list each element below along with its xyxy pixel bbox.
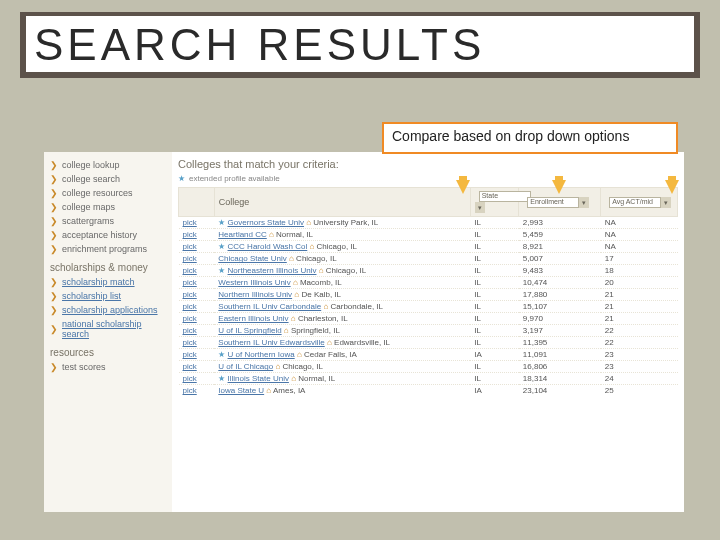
sidebar-item[interactable]: ❯college search	[48, 172, 168, 186]
sidebar-item-label: scholarship applications	[62, 305, 158, 315]
sidebar-item[interactable]: ❯college resources	[48, 186, 168, 200]
loc: Normal, IL	[298, 374, 335, 383]
college-cell[interactable]: ★ Governors State Univ ⌂ University Park…	[214, 217, 470, 229]
state-cell: IL	[470, 229, 519, 241]
chevron-right-icon: ❯	[50, 160, 58, 170]
section-resources: resources	[48, 341, 168, 360]
pick-cell[interactable]: pick	[179, 385, 215, 397]
college-cell[interactable]: U of IL Springfield ⌂ Springfield, IL	[214, 325, 470, 337]
college-cell[interactable]: Chicago State Univ ⌂ Chicago, IL	[214, 253, 470, 265]
table-row: pick★ Governors State Univ ⌂ University …	[179, 217, 678, 229]
state-cell: IL	[470, 373, 519, 385]
pick-cell[interactable]: pick	[179, 313, 215, 325]
col-state[interactable]: State▾	[470, 188, 519, 217]
results-table: College State▾ Enrollment▾ Avg ACT/mid▾	[178, 187, 678, 396]
state-cell: IL	[470, 277, 519, 289]
college-cell[interactable]: Eastern Illinois Univ ⌂ Charleston, IL	[214, 313, 470, 325]
act-select[interactable]: Avg ACT/mid	[609, 197, 661, 208]
city-icon: ⌂	[306, 218, 311, 227]
city-icon: ⌂	[266, 386, 271, 395]
city-icon: ⌂	[291, 314, 296, 323]
table-row: pick★ CCC Harold Wash Col ⌂ Chicago, ILI…	[179, 241, 678, 253]
college-cell[interactable]: Southern IL Univ Edwardsville ⌂ Edwardsv…	[214, 337, 470, 349]
loc: Chicago, IL	[317, 242, 357, 251]
chevron-right-icon: ❯	[50, 202, 58, 212]
pick-cell[interactable]: pick	[179, 289, 215, 301]
table-row: pick★ Northeastern Illinois Univ ⌂ Chica…	[179, 265, 678, 277]
enroll-cell: 8,921	[519, 241, 601, 253]
pick-cell[interactable]: pick	[179, 337, 215, 349]
city-icon: ⌂	[269, 230, 274, 239]
college-cell[interactable]: ★ U of Northern Iowa ⌂ Cedar Falls, IA	[214, 349, 470, 361]
act-cell: 23	[601, 349, 678, 361]
act-cell: 21	[601, 289, 678, 301]
city-icon: ⌂	[293, 278, 298, 287]
enroll-cell: 11,091	[519, 349, 601, 361]
sidebar-item[interactable]: ❯scholarship match	[48, 275, 168, 289]
pick-cell[interactable]: pick	[179, 373, 215, 385]
act-cell: 22	[601, 325, 678, 337]
pick-cell[interactable]: pick	[179, 253, 215, 265]
college-cell[interactable]: Southern IL Univ Carbondale ⌂ Carbondale…	[214, 301, 470, 313]
page-title: SEARCH RESULTS	[34, 20, 686, 70]
callout-box: Compare based on drop down options	[382, 122, 678, 154]
pick-cell[interactable]: pick	[179, 349, 215, 361]
sidebar-item[interactable]: ❯scattergrams	[48, 214, 168, 228]
college-cell[interactable]: ★ Northeastern Illinois Univ ⌂ Chicago, …	[214, 265, 470, 277]
sidebar-item[interactable]: ❯college lookup	[48, 158, 168, 172]
enroll-cell: 16,806	[519, 361, 601, 373]
pick-cell[interactable]: pick	[179, 217, 215, 229]
college-cell[interactable]: ★ Illinois State Univ ⌂ Normal, IL	[214, 373, 470, 385]
enroll-cell: 5,007	[519, 253, 601, 265]
enroll-cell: 11,395	[519, 337, 601, 349]
table-row: pickIowa State U ⌂ Ames, IAIA23,10425	[179, 385, 678, 397]
act-cell: 18	[601, 265, 678, 277]
college-cell[interactable]: Iowa State U ⌂ Ames, IA	[214, 385, 470, 397]
loc: Springfield, IL	[291, 326, 340, 335]
act-cell: 21	[601, 313, 678, 325]
sidebar-item[interactable]: ❯enrichment programs	[48, 242, 168, 256]
table-row: pickHeartland CC ⌂ Normal, ILIL5,459NA	[179, 229, 678, 241]
college-cell[interactable]: Heartland CC ⌂ Normal, IL	[214, 229, 470, 241]
sidebar-item[interactable]: ❯acceptance history	[48, 228, 168, 242]
pick-cell[interactable]: pick	[179, 277, 215, 289]
chevron-down-icon[interactable]: ▾	[579, 197, 589, 208]
enroll-cell: 2,993	[519, 217, 601, 229]
college-cell[interactable]: U of IL Chicago ⌂ Chicago, IL	[214, 361, 470, 373]
chevron-down-icon[interactable]: ▾	[475, 202, 485, 213]
sidebar-item[interactable]: ❯test scores	[48, 360, 168, 374]
col-college[interactable]: College	[214, 188, 470, 217]
act-cell: 23	[601, 361, 678, 373]
loc: Chicago, IL	[296, 254, 336, 263]
college-cell[interactable]: Northern Illinois Univ ⌂ De Kalb, IL	[214, 289, 470, 301]
city-icon: ⌂	[310, 242, 315, 251]
section-scholarships: scholarships & money	[48, 256, 168, 275]
pick-cell[interactable]: pick	[179, 265, 215, 277]
state-cell: IL	[470, 313, 519, 325]
sidebar-item[interactable]: ❯scholarship applications	[48, 303, 168, 317]
table-row: pickU of IL Springfield ⌂ Springfield, I…	[179, 325, 678, 337]
pick-cell[interactable]: pick	[179, 361, 215, 373]
table-row: pickU of IL Chicago ⌂ Chicago, ILIL16,80…	[179, 361, 678, 373]
college-cell[interactable]: ★ CCC Harold Wash Col ⌂ Chicago, IL	[214, 241, 470, 253]
sidebar-item[interactable]: ❯scholarship list	[48, 289, 168, 303]
chevron-down-icon[interactable]: ▾	[661, 197, 671, 208]
legend: ★ extended profile available	[178, 174, 678, 187]
chevron-right-icon: ❯	[50, 277, 58, 287]
sidebar-item[interactable]: ❯college maps	[48, 200, 168, 214]
enroll-cell: 18,314	[519, 373, 601, 385]
loc: Edwardsville, IL	[334, 338, 390, 347]
pick-cell[interactable]: pick	[179, 325, 215, 337]
pick-cell[interactable]: pick	[179, 241, 215, 253]
chevron-right-icon: ❯	[50, 324, 58, 334]
city-icon: ⌂	[323, 302, 328, 311]
chevron-right-icon: ❯	[50, 174, 58, 184]
pick-cell[interactable]: pick	[179, 301, 215, 313]
title-band: SEARCH RESULTS	[20, 12, 700, 78]
loc: Ames, IA	[273, 386, 305, 395]
sidebar-item[interactable]: ❯national scholarship search	[48, 317, 168, 341]
enrollment-select[interactable]: Enrollment	[527, 197, 579, 208]
pick-cell[interactable]: pick	[179, 229, 215, 241]
college-cell[interactable]: Western Illinois Univ ⌂ Macomb, IL	[214, 277, 470, 289]
act-cell: 21	[601, 301, 678, 313]
